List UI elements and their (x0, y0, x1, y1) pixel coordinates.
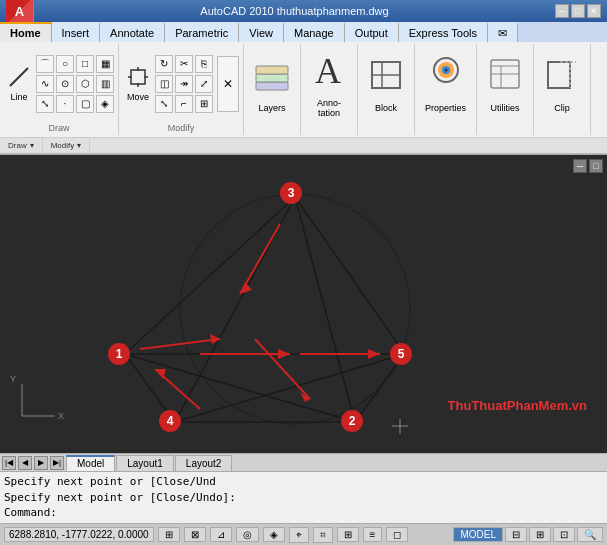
tab-output[interactable]: Output (345, 22, 399, 42)
block-button[interactable]: Block (362, 51, 410, 116)
tab-layout1[interactable]: Layout1 (116, 455, 174, 471)
utilities-button[interactable]: Utilities (481, 51, 529, 116)
annotation-button[interactable]: A Anno-tation (305, 46, 353, 121)
minimize-button[interactable]: ─ (555, 4, 569, 18)
tab-layout1-label: Layout1 (127, 458, 163, 469)
tab-annotate[interactable]: Annotate (100, 22, 165, 42)
command-input-row[interactable]: Command: (4, 506, 603, 519)
ortho-button[interactable]: ⊿ (210, 527, 232, 542)
main-layout: Home Insert Annotate Parametric View Man… (0, 22, 607, 545)
point-button[interactable]: · (56, 95, 74, 113)
zoom-btn[interactable]: 🔍 (577, 527, 603, 542)
view-btn-1[interactable]: ⊟ (505, 527, 527, 542)
ribbon-group-annotation: A Anno-tation (301, 44, 358, 135)
tab-nav-prev[interactable]: ◀ (18, 456, 32, 470)
canvas-minimize-button[interactable]: ─ (573, 159, 587, 173)
block-icon (368, 54, 404, 103)
scale-button[interactable]: ⤢ (195, 75, 213, 93)
extend-button[interactable]: ↠ (175, 75, 193, 93)
draw-items: Line ⌒ ○ □ ▦ ∿ ⊙ ⬡ (4, 46, 114, 133)
annotation-label: Anno-tation (317, 98, 341, 118)
polygon-button[interactable]: ⬡ (76, 75, 94, 93)
tab-manage[interactable]: Manage (284, 22, 345, 42)
ellipse-button[interactable]: ⊙ (56, 75, 74, 93)
svg-rect-7 (256, 74, 288, 82)
line-button[interactable]: Line (4, 64, 34, 104)
pline-button[interactable]: ⤡ (36, 95, 54, 113)
tab-home[interactable]: Home (0, 22, 52, 42)
tab-view[interactable]: View (239, 22, 284, 42)
tmodel-button[interactable]: ◻ (386, 527, 408, 542)
properties-label: Properties (425, 103, 466, 113)
window-controls: ─ □ ✕ (555, 4, 601, 18)
otrack-button[interactable]: ⌖ (289, 527, 309, 543)
tab-express-tools[interactable]: Express Tools (399, 22, 488, 42)
layers-button[interactable]: Layers (248, 51, 296, 116)
point-1: 1 (108, 343, 130, 365)
arc-button[interactable]: ⌒ (36, 55, 54, 73)
maximize-button[interactable]: □ (571, 4, 585, 18)
array-button[interactable]: ⊞ (195, 95, 213, 113)
hatch-button[interactable]: ▦ (96, 55, 114, 73)
point-3-label: 3 (288, 186, 295, 200)
modify-section-label: Modify ▾ (43, 138, 91, 153)
clip-items: Clip (538, 46, 586, 133)
draw-label-text: Draw (8, 141, 27, 150)
ducs-button[interactable]: ⌗ (313, 527, 333, 543)
draw-section-label: Draw ▾ (0, 138, 43, 153)
tab-model[interactable]: Model (66, 455, 115, 471)
gradient-button[interactable]: ▥ (96, 75, 114, 93)
grid-button[interactable]: ⊠ (184, 527, 206, 542)
snap-button[interactable]: ⊞ (158, 527, 180, 542)
utilities-label: Utilities (491, 103, 520, 113)
modify-chevron-icon: ▾ (77, 141, 81, 150)
clip-button[interactable]: Clip (538, 51, 586, 116)
command-area: Specify next point or [Close/Und Specify… (0, 471, 607, 523)
model-space-button[interactable]: MODEL (453, 527, 503, 542)
osnap-button[interactable]: ◈ (263, 527, 285, 542)
view-btn-3[interactable]: ⊡ (553, 527, 575, 542)
view-btn-2[interactable]: ⊞ (529, 527, 551, 542)
region-button[interactable]: ◈ (96, 95, 114, 113)
rotate-button[interactable]: ↻ (155, 55, 173, 73)
dyn-button[interactable]: ⊞ (337, 527, 359, 542)
move-button[interactable]: Move (123, 64, 153, 104)
command-text-input[interactable] (57, 506, 603, 519)
status-bar: 6288.2810, -1777.0222, 0.0000 ⊞ ⊠ ⊿ ◎ ◈ … (0, 523, 607, 545)
properties-items: Properties (419, 46, 472, 133)
tab-insert[interactable]: Insert (52, 22, 101, 42)
move-label: Move (127, 92, 149, 102)
tab-nav-next[interactable]: ▶ (34, 456, 48, 470)
point-4-label: 4 (167, 414, 174, 428)
ribbon-group-block: Block (358, 44, 415, 135)
tab-parametric[interactable]: Parametric (165, 22, 239, 42)
ribbon-group-draw: Line ⌒ ○ □ ▦ ∿ ⊙ ⬡ (0, 44, 119, 135)
circle-button[interactable]: ○ (56, 55, 74, 73)
tab-mail[interactable]: ✉ (488, 22, 518, 42)
ribbon-group-clip: Clip (534, 44, 591, 135)
point-5-label: 5 (398, 347, 405, 361)
properties-button[interactable]: Properties (419, 51, 472, 116)
line-label: Line (10, 92, 27, 102)
tab-layout2[interactable]: Layout2 (175, 455, 233, 471)
fillet-button[interactable]: ⌐ (175, 95, 193, 113)
close-button[interactable]: ✕ (587, 4, 601, 18)
properties-icon (426, 54, 466, 103)
mirror-button[interactable]: ◫ (155, 75, 173, 93)
ribbon-content: Line ⌒ ○ □ ▦ ∿ ⊙ ⬡ (0, 42, 607, 138)
annotation-icon: A (311, 49, 347, 98)
tab-nav-first[interactable]: |◀ (2, 456, 16, 470)
layers-items: Layers (248, 46, 296, 133)
modify-items: Move ↻ ✂ ⎘ ◫ ↠ ⤢ (123, 46, 239, 133)
stretch-button[interactable]: ⤡ (155, 95, 173, 113)
spline-button[interactable]: ∿ (36, 75, 54, 93)
trim-button[interactable]: ✂ (175, 55, 193, 73)
canvas-restore-button[interactable]: □ (589, 159, 603, 173)
polar-button[interactable]: ◎ (236, 527, 259, 542)
erase-button[interactable]: ✕ (217, 56, 239, 112)
tab-nav-last[interactable]: ▶| (50, 456, 64, 470)
lw-button[interactable]: ≡ (363, 527, 383, 542)
wipe-button[interactable]: ▢ (76, 95, 94, 113)
rect-button[interactable]: □ (76, 55, 94, 73)
copy-button[interactable]: ⎘ (195, 55, 213, 73)
